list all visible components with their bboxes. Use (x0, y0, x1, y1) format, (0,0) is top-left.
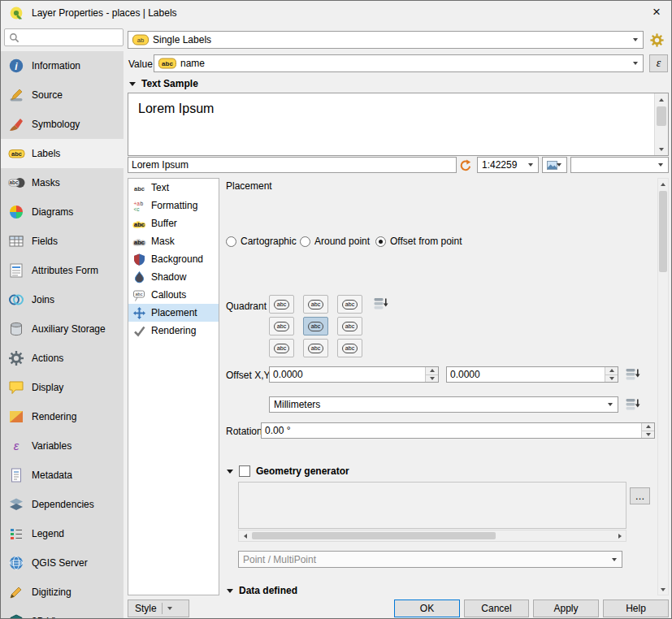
expression-browse-button[interactable]: … (630, 487, 650, 504)
spin-down-icon[interactable] (426, 375, 438, 383)
sidebar-item-source[interactable]: Source (1, 80, 124, 110)
quadrant-button-below[interactable]: abc (303, 339, 328, 357)
tab-rendering[interactable]: Rendering (128, 322, 219, 340)
sample-scale-combo[interactable]: 1:42259 (477, 157, 539, 173)
scroll-up-icon[interactable] (655, 93, 668, 106)
tab-formatting[interactable]: +ab<c Formatting (128, 197, 219, 214)
preview-background-combo[interactable] (570, 157, 669, 173)
quadrant-button-below-right[interactable]: abc (337, 339, 362, 357)
tab-shadow[interactable]: Shadow (128, 268, 219, 286)
sidebar-item-symbology[interactable]: Symbology (1, 110, 124, 139)
offset-x-input[interactable] (270, 367, 424, 382)
radio-offset-from-point[interactable]: Offset from point (375, 236, 462, 247)
quadrant-button-right[interactable]: abc (337, 317, 362, 335)
offset-units-combo[interactable]: Millimeters (269, 396, 618, 413)
sidebar-item-rendering[interactable]: Rendering (1, 402, 124, 431)
spin-up-icon[interactable] (426, 367, 438, 375)
sidebar-item-masks[interactable]: abc Masks (1, 168, 124, 197)
scroll-thumb[interactable] (657, 106, 666, 126)
svg-text:abc: abc (136, 292, 143, 297)
search-input[interactable] (23, 32, 119, 43)
cancel-button[interactable]: Cancel (464, 600, 529, 617)
rotation-label: Rotation (226, 426, 262, 437)
spin-up-icon[interactable] (642, 423, 654, 431)
scroll-up-icon[interactable] (658, 179, 668, 189)
tab-mask[interactable]: abcabc Mask (128, 232, 219, 250)
spin-up-icon[interactable] (605, 367, 618, 375)
preview-style-combo[interactable] (542, 157, 567, 173)
quadrant-button-above-left[interactable]: abc (269, 295, 294, 314)
sidebar-item-diagrams[interactable]: Diagrams (1, 197, 124, 227)
tab-background[interactable]: Background (128, 250, 219, 268)
quadrant-button-over[interactable]: abc (303, 317, 328, 335)
radio-cartographic[interactable]: Cartographic (226, 236, 297, 247)
help-button[interactable]: Help (603, 600, 669, 617)
preview-scrollbar[interactable] (654, 93, 668, 155)
apply-button[interactable]: Apply (533, 600, 599, 617)
quadrant-button-below-left[interactable]: abc (269, 339, 294, 357)
tab-text[interactable]: abc Text (128, 179, 219, 197)
quadrant-button-left[interactable]: abc (269, 317, 294, 335)
value-field-combo[interactable]: abc name (154, 54, 644, 72)
data-defined-section-header[interactable]: Data defined (227, 585, 297, 596)
sidebar-item-metadata[interactable]: Metadata (1, 461, 124, 490)
close-icon[interactable]: × (652, 4, 661, 20)
reset-sample-button[interactable] (457, 158, 474, 173)
tab-placement[interactable]: Placement (128, 304, 219, 322)
label-mode-value: Single Labels (153, 34, 211, 45)
sidebar-item-digitizing[interactable]: Digitizing (1, 578, 124, 607)
text-sample-section-header[interactable]: Text Sample (129, 78, 198, 89)
spin-down-icon[interactable] (642, 431, 654, 439)
editor-hscrollbar[interactable] (238, 530, 626, 542)
tab-callouts[interactable]: abc Callouts (128, 286, 219, 304)
sidebar-item-variables[interactable]: ε Variables (1, 431, 124, 461)
geometry-generator-checkbox[interactable] (239, 465, 250, 477)
scroll-right-icon[interactable] (613, 530, 626, 541)
geometry-generator-title: Geometry generator (256, 465, 349, 477)
sample-text-input[interactable] (128, 158, 456, 172)
quadrant-button-above[interactable]: abc (303, 295, 328, 314)
scroll-thumb[interactable] (252, 532, 496, 539)
label-mode-combo[interactable]: ab Single Labels (128, 31, 644, 49)
scroll-left-icon[interactable] (239, 530, 251, 541)
tab-buffer[interactable]: abcabc Buffer (128, 214, 219, 232)
scroll-thumb[interactable] (659, 191, 667, 272)
scroll-down-icon[interactable] (658, 584, 668, 595)
offset-data-defined-button[interactable] (622, 366, 642, 383)
sidebar-item-labels[interactable]: abc Labels (1, 139, 124, 168)
sidebar-item-qgis-server[interactable]: QGIS Server (1, 548, 124, 578)
style-menu-button[interactable]: Style (128, 600, 189, 617)
window-title: Layer Properties - places | Labels (32, 7, 177, 19)
sidebar-item-auxiliary-storage[interactable]: Auxiliary Storage (1, 314, 124, 344)
sidebar-item-information[interactable]: i Information (1, 51, 124, 80)
expression-builder-button[interactable]: ε (649, 54, 668, 72)
quadrant-data-defined-button[interactable] (371, 295, 390, 313)
placement-scrollbar[interactable] (657, 178, 669, 595)
automated-placement-button[interactable] (645, 30, 668, 50)
sidebar-item-dependencies[interactable]: Dependencies (1, 490, 124, 519)
radio-icon (226, 236, 236, 247)
variables-icon: ε (7, 437, 25, 455)
quadrant-label: Quadrant (226, 301, 267, 312)
sidebar-item-display[interactable]: Display (1, 373, 124, 402)
offset-y-input[interactable] (447, 367, 604, 382)
placement-tab-icon (132, 306, 146, 320)
sidebar-item-legend[interactable]: Legend (1, 519, 124, 548)
scroll-down-icon[interactable] (655, 143, 668, 155)
ok-button[interactable]: OK (394, 600, 460, 617)
sidebar-item-attributes-form[interactable]: Attributes Form (1, 256, 124, 285)
mask-tab-icon: abcabc (132, 235, 146, 249)
spin-down-icon[interactable] (605, 375, 618, 383)
units-data-defined-button[interactable] (622, 396, 642, 413)
label-settings-tabs: abc Text +ab<c Formatting abcabc Buffer … (128, 178, 219, 595)
geometry-generator-section-header[interactable]: Geometry generator (227, 465, 349, 477)
radio-around-point[interactable]: Around point (300, 236, 370, 247)
sidebar-item-actions[interactable]: Actions (1, 344, 124, 373)
sidebar-item-fields[interactable]: Fields (1, 227, 124, 256)
rotation-input[interactable] (262, 423, 640, 438)
sidebar-item-joins[interactable]: Joins (1, 285, 124, 314)
geometry-expression-editor[interactable] (238, 482, 626, 529)
quadrant-button-above-right[interactable]: abc (337, 295, 362, 314)
sidebar-item-3d-view[interactable]: 3D View (1, 607, 124, 619)
geometry-type-combo[interactable]: Point / MultiPoint (238, 551, 622, 568)
